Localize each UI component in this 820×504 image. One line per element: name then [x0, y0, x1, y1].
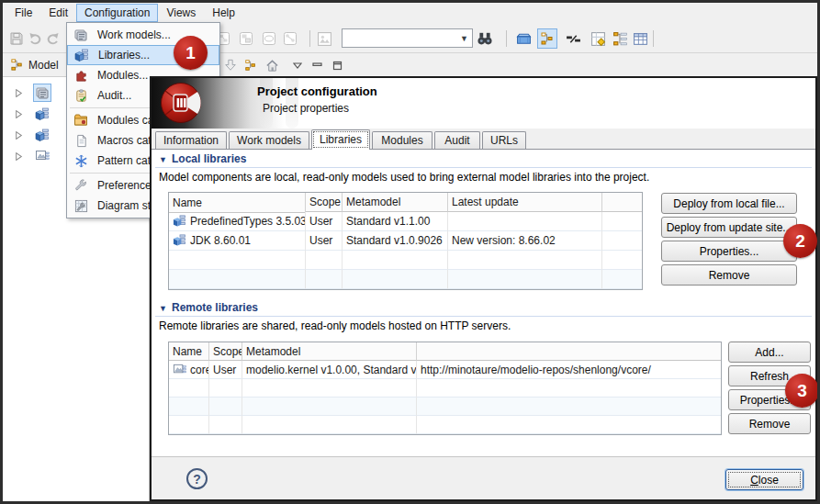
table-row-cell[interactable]: http://minotaure/modelio-repos/shenlong/… [417, 361, 721, 379]
remote-add-button[interactable]: Add... [728, 342, 811, 363]
column-header[interactable]: Name [169, 342, 209, 361]
tab-information[interactable]: Information [155, 131, 227, 150]
menu-file[interactable]: File [6, 4, 40, 22]
table-row-cell[interactable]: Standard v1.0.9026 [343, 231, 448, 251]
column-header[interactable]: Metamodel [343, 193, 448, 212]
local-remove-button[interactable]: Remove [661, 264, 797, 286]
library-cube-icon [173, 233, 187, 248]
pattern-snowflake-icon [73, 152, 89, 169]
empty-cell [448, 270, 602, 289]
empty-cell [306, 270, 343, 289]
help-icon[interactable]: ? [186, 468, 208, 489]
table-icon[interactable] [632, 30, 648, 47]
tab-model[interactable]: Model [5, 56, 64, 73]
tab-work-models[interactable]: Work models [229, 131, 309, 150]
library-cube-icon [73, 47, 90, 63]
dialog-title: Project configuration [257, 84, 377, 98]
table-row-cell[interactable]: Standard v1.1.00 [343, 212, 448, 231]
menu-views[interactable]: Views [158, 4, 204, 22]
remote-remove-button[interactable]: Remove [728, 413, 811, 434]
sync-tree-icon[interactable] [243, 58, 258, 73]
empty-cell [169, 379, 209, 398]
menu-help[interactable]: Help [204, 4, 243, 22]
home-icon[interactable] [264, 58, 279, 73]
model-tree-icon [10, 58, 24, 72]
empty-cell [242, 416, 417, 434]
table-row-cell[interactable]: core [169, 361, 209, 379]
tab-modules[interactable]: Modules [372, 131, 432, 150]
maximize-icon[interactable] [330, 58, 344, 73]
expander-icon[interactable] [15, 110, 23, 118]
toolbar-separator [506, 30, 507, 47]
column-header[interactable]: Name [169, 193, 306, 213]
undo-icon[interactable] [27, 30, 43, 47]
chevron-down-icon[interactable]: ▼ [460, 34, 472, 43]
search-combobox[interactable]: ▼ [342, 28, 473, 48]
table-row-cell[interactable]: User [306, 231, 343, 251]
diagram-icon-3[interactable] [261, 30, 277, 47]
save-icon[interactable] [8, 30, 25, 47]
model-tree-icon[interactable] [537, 28, 557, 49]
library-cube-icon[interactable] [33, 105, 51, 123]
diagram-icon-4[interactable] [282, 30, 298, 47]
table-row-cell[interactable]: PredefinedTypes 3.5.03 [169, 212, 306, 231]
view-menu-icon[interactable] [290, 58, 305, 73]
tab-audit[interactable]: Audit [434, 131, 480, 150]
binoculars-icon[interactable] [477, 30, 493, 47]
menu-configuration[interactable]: Configuration [76, 4, 158, 22]
tree-list-icon[interactable] [612, 30, 628, 47]
table-row-cell[interactable] [448, 212, 602, 231]
menu-item-label: Pattern cata [97, 154, 157, 167]
work-models-icon[interactable] [33, 84, 51, 102]
table-row-cell[interactable]: User [209, 361, 242, 379]
table-row-cell[interactable]: JDK 8.60.01 [169, 231, 306, 251]
diagram-icon-2[interactable] [238, 30, 254, 47]
empty-cell [417, 398, 721, 416]
section-collapse-icon[interactable]: ▼ [159, 155, 167, 164]
diagram-set-icon[interactable] [33, 147, 51, 165]
diagram-grid-icon[interactable] [590, 30, 606, 47]
modelio-logo [160, 82, 202, 124]
image-icon[interactable] [316, 30, 332, 47]
empty-cell [343, 270, 448, 289]
callout-badge-1: 1 [174, 36, 208, 70]
redo-icon[interactable] [45, 30, 62, 47]
empty-cell [242, 379, 417, 398]
empty-cell [209, 379, 242, 398]
tab-urls[interactable]: URLs [482, 131, 526, 150]
column-header [417, 342, 721, 361]
link-icon[interactable] [565, 30, 581, 47]
table-row-cell[interactable]: New version: 8.66.02 [448, 231, 602, 251]
expander-icon[interactable] [15, 131, 23, 140]
preferences-wrench-icon [73, 177, 89, 194]
tab-libraries[interactable]: Libraries [311, 129, 370, 150]
column-header[interactable]: Latest update [448, 193, 602, 212]
expander-icon[interactable] [15, 152, 23, 161]
local-libraries-section-title: Local libraries [172, 152, 246, 165]
deploy-box-icon[interactable] [515, 30, 532, 47]
remote-library-icon [173, 363, 187, 377]
local-properties-button[interactable]: Properties... [661, 241, 797, 262]
table-row-cell[interactable]: modelio.kernel v1.0.00, Standard v1.1.00 [242, 361, 417, 379]
column-header[interactable]: Scope [306, 193, 343, 212]
close-button[interactable]: Close [725, 469, 803, 490]
local-libraries-description: Model components are local, read-only mo… [159, 171, 649, 184]
menu-edit[interactable]: Edit [40, 4, 76, 22]
column-header[interactable]: Scope [209, 342, 242, 361]
table-row-cell[interactable] [602, 231, 642, 251]
table-row-cell[interactable]: User [306, 212, 343, 231]
app-window: File Edit Configuration Views Help [0, 0, 820, 504]
deploy-from-local-file-button[interactable]: Deploy from local file... [661, 193, 797, 214]
section-collapse-icon[interactable]: ▼ [159, 304, 167, 313]
column-header[interactable]: Metamodel [242, 342, 417, 361]
column-header [602, 193, 642, 212]
menu-item-label: Modules ca [97, 114, 153, 127]
table-row-cell[interactable] [602, 212, 642, 231]
section-rule [155, 167, 812, 168]
expander-icon[interactable] [15, 89, 23, 97]
callout-badge-2: 2 [783, 224, 817, 258]
deploy-from-update-site-button[interactable]: Deploy from update site... [661, 217, 797, 238]
collapse-all-icon[interactable] [223, 58, 238, 73]
library-cube-icon[interactable] [33, 126, 51, 144]
minimize-icon[interactable] [309, 58, 324, 73]
